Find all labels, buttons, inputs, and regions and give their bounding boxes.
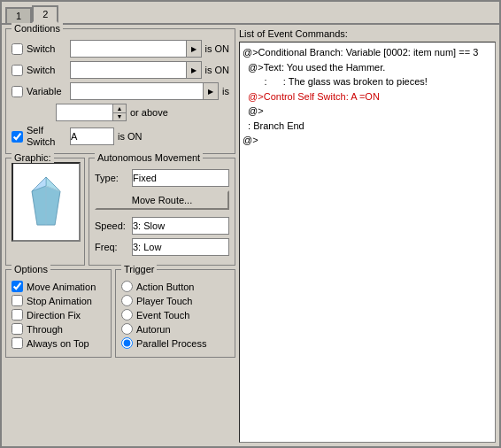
switch1-row: Switch ▶ is ON — [12, 40, 229, 58]
switch1-input-area: ▶ — [70, 40, 202, 58]
switch1-checkbox[interactable] — [12, 43, 23, 55]
autorun-row: Autorun — [121, 323, 229, 335]
left-panel: Conditions Switch ▶ is ON Switch — [5, 28, 235, 443]
variable-input-area: ▶ — [70, 82, 219, 100]
or-above-label: or above — [130, 107, 168, 118]
direction-fix-row: Direction Fix — [12, 309, 105, 321]
always-on-top-checkbox[interactable] — [12, 337, 23, 349]
stop-animation-label: Stop Animation — [27, 296, 92, 306]
move-animation-row: Move Animation — [12, 281, 105, 292]
switch1-btn[interactable]: ▶ — [186, 40, 202, 58]
graphic-area[interactable] — [12, 162, 81, 242]
always-on-top-label: Always on Top — [27, 338, 89, 349]
variable-status: is — [222, 86, 229, 97]
parallel-process-row: Parallel Process — [121, 337, 229, 349]
options-title: Options — [12, 264, 50, 274]
cmd-line-2: : : The glass was broken to pieces! — [243, 74, 492, 89]
or-above-field — [56, 104, 112, 121]
parallel-process-radio[interactable] — [121, 337, 133, 349]
variable-label: Variable — [27, 86, 66, 97]
spinner-down-btn[interactable]: ▼ — [113, 113, 126, 121]
direction-fix-label: Direction Fix — [27, 310, 81, 321]
stop-animation-row: Stop Animation — [12, 295, 105, 306]
freq-row: Freq: 1: Lowest 2: Lower 3: Low 4: High — [95, 238, 229, 256]
event-touch-label: Event Touch — [136, 310, 189, 321]
tab-bar: 1 2 — [2, 2, 499, 25]
type-select[interactable]: Fixed Random Approach Custom — [132, 169, 229, 187]
speed-select[interactable]: 1: x8 Slower 2: x4 Slower 3: Slow 4: Fas… — [132, 217, 229, 235]
speed-label: Speed: — [95, 220, 128, 231]
action-button-label: Action Button — [136, 282, 194, 292]
self-switch-status: is ON — [118, 131, 143, 142]
cmd-line-0: @>Conditional Branch: Variable [0002: it… — [243, 45, 492, 60]
cmd-line-3: @>Control Self Switch: A =ON — [243, 89, 492, 104]
tab-1[interactable]: 1 — [5, 7, 32, 23]
through-checkbox[interactable] — [12, 323, 23, 335]
parallel-process-label: Parallel Process — [136, 338, 206, 349]
or-above-btns: ▲ ▼ — [112, 104, 127, 121]
trigger-title: Trigger — [121, 264, 157, 274]
conditions-group: Conditions Switch ▶ is ON Switch — [5, 28, 235, 154]
content-area: Conditions Switch ▶ is ON Switch — [2, 25, 499, 446]
conditions-title: Conditions — [12, 23, 63, 34]
self-switch-row: SelfSwitch A B C D is ON — [12, 125, 229, 148]
bottom-row: Options Move Animation Stop Animation Di… — [5, 269, 235, 358]
options-group: Options Move Animation Stop Animation Di… — [5, 269, 112, 358]
crystal-graphic — [28, 175, 64, 228]
variable-checkbox[interactable] — [12, 86, 23, 97]
stop-animation-checkbox[interactable] — [12, 295, 23, 306]
move-animation-checkbox[interactable] — [12, 281, 23, 292]
right-panel: List of Event Commands: @>Conditional Br… — [239, 28, 496, 443]
move-route-button[interactable]: Move Route... — [95, 190, 229, 210]
autonomous-movement-title: Autonomous Movement — [95, 152, 203, 163]
switch2-field — [70, 61, 186, 79]
variable-field — [70, 82, 203, 100]
event-touch-radio[interactable] — [121, 309, 133, 321]
type-label: Type: — [95, 173, 128, 183]
cmd-line-6: @> — [243, 133, 492, 148]
switch2-status: is ON — [205, 65, 230, 75]
tab-2[interactable]: 2 — [32, 5, 58, 23]
always-on-top-row: Always on Top — [12, 337, 105, 349]
switch1-label: Switch — [27, 43, 66, 54]
move-animation-label: Move Animation — [27, 282, 96, 292]
self-switch-checkbox[interactable] — [12, 131, 23, 143]
action-button-row: Action Button — [121, 281, 229, 292]
switch2-btn[interactable]: ▶ — [186, 61, 202, 79]
or-above-spinner: ▲ ▼ — [56, 104, 127, 121]
middle-row: Graphic: — [5, 158, 235, 266]
variable-row: Variable ▶ is — [12, 82, 229, 100]
self-switch-label: SelfSwitch — [27, 125, 66, 148]
variable-btn[interactable]: ▶ — [203, 82, 219, 100]
type-row: Type: Fixed Random Approach Custom — [95, 169, 229, 187]
autonomous-movement-group: Autonomous Movement Type: Fixed Random A… — [89, 158, 235, 266]
direction-fix-checkbox[interactable] — [12, 309, 23, 321]
trigger-group: Trigger Action Button Player Touch Event… — [115, 269, 235, 358]
autorun-radio[interactable] — [121, 323, 133, 335]
switch2-input-area: ▶ — [70, 61, 202, 79]
player-touch-row: Player Touch — [121, 295, 229, 306]
autorun-label: Autorun — [136, 324, 171, 335]
cmd-line-1: @>Text: You used the Hammer. — [243, 60, 492, 75]
action-button-radio[interactable] — [121, 281, 133, 292]
spinner-up-btn[interactable]: ▲ — [113, 104, 126, 113]
self-switch-select[interactable]: A B C D — [70, 127, 114, 145]
switch2-label: Switch — [27, 65, 66, 75]
main-window: 1 2 Conditions Switch ▶ is ON — [0, 0, 501, 448]
speed-row: Speed: 1: x8 Slower 2: x4 Slower 3: Slow… — [95, 217, 229, 235]
event-commands-title: List of Event Commands: — [239, 28, 496, 39]
switch2-checkbox[interactable] — [12, 65, 23, 76]
graphic-title: Graphic: — [12, 152, 54, 163]
player-touch-radio[interactable] — [121, 295, 133, 306]
cmd-line-5: : Branch End — [243, 119, 492, 134]
cmd-line-4: @> — [243, 104, 492, 119]
event-touch-row: Event Touch — [121, 309, 229, 321]
graphic-group: Graphic: — [5, 158, 85, 266]
event-commands-area[interactable]: @>Conditional Branch: Variable [0002: it… — [239, 42, 496, 443]
switch1-status: is ON — [205, 43, 230, 54]
freq-select[interactable]: 1: Lowest 2: Lower 3: Low 4: High — [132, 238, 229, 256]
through-row: Through — [12, 323, 105, 335]
switch2-row: Switch ▶ is ON — [12, 61, 229, 79]
freq-label: Freq: — [95, 242, 128, 252]
switch1-field — [70, 40, 186, 58]
